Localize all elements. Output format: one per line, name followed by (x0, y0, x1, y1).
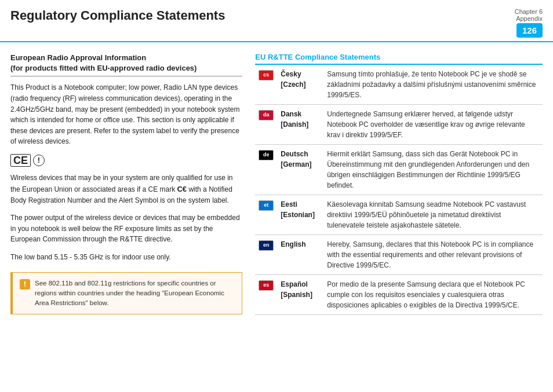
flag-box: de (259, 150, 274, 160)
body-text-3: The power output of the wireless device … (10, 213, 242, 245)
flag-cell: et (255, 195, 277, 235)
page-header: Regulatory Compliance Statements Chapter… (0, 0, 553, 42)
flag-box: cs (259, 70, 274, 80)
flag-cell: es (255, 275, 277, 315)
table-row: enEnglishHereby, Samsung, declares that … (255, 235, 543, 275)
warning-text: See 802.11b and 802.11g restrictions for… (35, 279, 235, 309)
flag-box: en (259, 240, 274, 251)
page-number: 126 (516, 23, 543, 38)
lang-text-cell: Undertegnede Samsung erklærer herved, at… (323, 105, 543, 145)
alert-symbol: ! (33, 155, 45, 166)
left-section-title: European Radio Approval Information (for… (10, 53, 242, 76)
ce-mark: CE (10, 154, 31, 167)
lang-text-cell: Hereby, Samsung, declares that this Note… (323, 235, 543, 275)
chapter-label: Chapter 6Appendix (515, 8, 543, 22)
compliance-table: csČesky[Czech]Samsung tímto prohlašuje, … (255, 65, 543, 315)
chapter-badge: Chapter 6Appendix 126 (515, 8, 543, 38)
lang-name-cell: Česky[Czech] (277, 65, 323, 105)
warning-box: ! See 802.11b and 802.11g restrictions f… (10, 272, 242, 315)
right-column: EU R&TTE Compliance Statements csČesky[C… (255, 53, 543, 315)
ce-symbols: CE ! (10, 154, 242, 167)
lang-text-cell: Por medio de la presente Samsung declara… (323, 275, 543, 315)
table-row: csČesky[Czech]Samsung tímto prohlašuje, … (255, 65, 543, 105)
page-title: Regulatory Compliance Statements (10, 8, 225, 38)
body-text-2: Wireless devices that may be in your sys… (10, 173, 242, 206)
lang-name-cell: Eesti[Estonian] (277, 195, 323, 235)
flag-box: et (259, 200, 274, 211)
body-text-1: This Product is a Notebook computer; low… (10, 82, 242, 147)
flag-box: da (259, 110, 274, 120)
table-row: daDansk[Danish]Undertegnede Samsung erkl… (255, 105, 543, 145)
right-section-title: EU R&TTE Compliance Statements (255, 53, 543, 65)
lang-name-cell: Español[Spanish] (277, 275, 323, 315)
lang-name-cell: Deutsch[German] (277, 145, 323, 195)
flag-box: es (259, 280, 274, 291)
flag-cell: de (255, 145, 277, 195)
table-row: esEspañol[Spanish]Por medio de la presen… (255, 275, 543, 315)
lang-text-cell: Käesolevaga kinnitab Samsung seadme Note… (323, 195, 543, 235)
lang-name-cell: Dansk[Danish] (277, 105, 323, 145)
main-content: European Radio Approval Information (for… (0, 53, 553, 315)
body-text-4: The low band 5.15 - 5.35 GHz is for indo… (10, 252, 242, 263)
flag-cell: en (255, 235, 277, 275)
flag-cell: da (255, 105, 277, 145)
table-row: etEesti[Estonian]Käesolevaga kinnitab Sa… (255, 195, 543, 235)
warning-icon: ! (20, 279, 30, 290)
table-row: deDeutsch[German]Hiermit erklärt Samsung… (255, 145, 543, 195)
lang-name-cell: English (277, 235, 323, 275)
lang-text-cell: Hiermit erklärt Samsung, dass sich das G… (323, 145, 543, 195)
flag-cell: cs (255, 65, 277, 105)
lang-text-cell: Samsung tímto prohlašuje, že tento Noteb… (323, 65, 543, 105)
left-column: European Radio Approval Information (for… (10, 53, 255, 315)
